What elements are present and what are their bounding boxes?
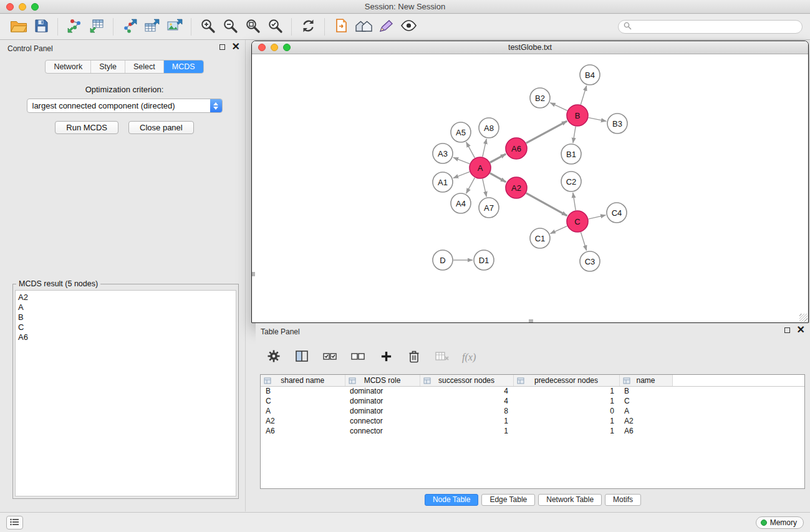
table-cell: dominator xyxy=(345,396,420,406)
column-header-predecessor-nodes[interactable]: predecessor nodes xyxy=(513,375,619,386)
close-window-button[interactable] xyxy=(6,3,14,11)
minimize-window-button[interactable] xyxy=(19,3,26,11)
refresh-button[interactable] xyxy=(297,16,319,37)
scrollbar-nub-vertical[interactable] xyxy=(252,272,255,276)
graph-edge-A-A3[interactable] xyxy=(453,157,470,163)
table-row[interactable]: A2connector11A2 xyxy=(261,416,804,426)
mcds-result-item[interactable]: C xyxy=(18,322,236,332)
export-table-button[interactable] xyxy=(141,16,163,37)
add-column-button[interactable] xyxy=(378,349,394,365)
mcds-result-item[interactable]: A2 xyxy=(18,293,236,302)
float-panel-icon[interactable] xyxy=(219,44,225,50)
graph-edge-B-B2[interactable] xyxy=(550,103,567,111)
column-header-name[interactable]: name xyxy=(619,375,672,386)
graph-edge-A-A8[interactable] xyxy=(483,139,486,157)
deselect-all-button[interactable] xyxy=(350,349,366,365)
tab-network[interactable]: Network xyxy=(46,60,90,73)
mcds-result-item[interactable]: B xyxy=(18,312,236,322)
tab-mcds[interactable]: MCDS xyxy=(163,60,203,73)
column-header-shared-name[interactable]: shared name xyxy=(261,375,345,386)
graph-edge-A2-C[interactable] xyxy=(526,193,567,216)
graph-edge-B-B3[interactable] xyxy=(589,118,607,122)
close-panel-button[interactable]: Close panel xyxy=(128,121,194,134)
graph-edge-C-C1[interactable] xyxy=(550,226,567,233)
graph-node-label: D xyxy=(440,256,445,265)
network-close-button[interactable] xyxy=(258,44,266,51)
memory-status-icon xyxy=(761,520,767,526)
eye-button[interactable] xyxy=(397,16,420,37)
function-builder-button[interactable]: f(x) xyxy=(462,352,476,363)
graph-edge-A-A1[interactable] xyxy=(453,172,470,178)
search-input[interactable] xyxy=(635,22,797,32)
mcds-result-item[interactable]: A xyxy=(18,302,236,312)
column-header-successor-nodes[interactable]: successor nodes xyxy=(420,375,513,386)
graph-node-label: A5 xyxy=(456,128,466,137)
zoom-out-button[interactable] xyxy=(219,16,241,37)
table-row[interactable]: Bdominator41B xyxy=(261,386,804,396)
show-panels-button[interactable] xyxy=(6,516,23,530)
graph-edge-A-A5[interactable] xyxy=(466,142,475,158)
network-minimize-button[interactable] xyxy=(271,44,278,51)
table-row[interactable]: Cdominator41C xyxy=(261,396,804,406)
import-network-button[interactable] xyxy=(63,16,85,37)
home-button[interactable] xyxy=(352,16,375,37)
graph-edge-A-A7[interactable] xyxy=(483,179,486,197)
graph-edge-B-B4[interactable] xyxy=(581,85,586,105)
table-cell: A xyxy=(261,406,345,416)
tab-style[interactable]: Style xyxy=(90,60,125,73)
mcds-result-list[interactable]: A2ABCA6 xyxy=(15,290,236,496)
graph-node-label: C1 xyxy=(535,234,546,243)
run-mcds-button[interactable]: Run MCDS xyxy=(55,121,118,134)
save-session-button[interactable] xyxy=(30,16,52,37)
close-panel-icon[interactable]: ✕ xyxy=(232,44,240,50)
network-canvas[interactable]: AA1A2A3A4A5A6A7A8BB1B2B3B4CC1C2C3C4DD1 xyxy=(252,55,808,322)
document-button[interactable] xyxy=(330,16,352,37)
zoom-in-button[interactable] xyxy=(196,16,219,37)
tab-network-table[interactable]: Network Table xyxy=(538,494,602,506)
network-window-titlebar[interactable]: testGlobe.txt xyxy=(252,41,808,54)
graph-edge-A-A2[interactable] xyxy=(490,173,506,182)
export-image-button[interactable] xyxy=(163,16,186,37)
table-row[interactable]: Adominator80A xyxy=(261,406,804,416)
table-row[interactable]: A6connector11A6 xyxy=(261,426,804,436)
control-panel-tabbar: Network Style Select MCDS xyxy=(45,60,203,74)
tab-node-table[interactable]: Node Table xyxy=(425,494,479,506)
delete-table-button[interactable] xyxy=(434,349,450,365)
document-arrow-icon xyxy=(334,18,349,36)
graph-edge-C-C3[interactable] xyxy=(581,232,586,251)
mcds-result-item[interactable]: A6 xyxy=(18,332,236,342)
export-network-button[interactable] xyxy=(118,16,141,37)
close-table-panel-icon[interactable]: ✕ xyxy=(797,327,805,333)
graph-edge-C-C2[interactable] xyxy=(573,193,576,210)
resize-grip[interactable] xyxy=(799,314,808,322)
tab-edge-table[interactable]: Edge Table xyxy=(481,494,535,506)
select-all-button[interactable] xyxy=(322,349,338,365)
scrollbar-nub-horizontal[interactable] xyxy=(529,319,533,322)
zoom-fit-button[interactable] xyxy=(241,16,264,37)
delete-column-button[interactable] xyxy=(406,349,422,365)
float-table-panel-icon[interactable] xyxy=(784,327,790,333)
criterion-dropdown[interactable]: largest connected component (directed) xyxy=(27,99,223,113)
network-zoom-button[interactable] xyxy=(283,44,291,51)
memory-button[interactable]: Memory xyxy=(756,516,804,529)
graph-edge-A6-B[interactable] xyxy=(526,121,567,143)
zoom-window-button[interactable] xyxy=(31,3,39,11)
graph-edge-A-A6[interactable] xyxy=(490,154,506,163)
network-graph[interactable]: AA1A2A3A4A5A6A7A8BB1B2B3B4CC1C2C3C4DD1 xyxy=(252,55,808,322)
table-cell: B xyxy=(261,386,345,396)
column-header-mcds-role[interactable]: MCDS role xyxy=(345,375,420,386)
table-cell-filler xyxy=(672,416,804,426)
graph-edge-A-A4[interactable] xyxy=(466,178,475,193)
graph-edge-C-C4[interactable] xyxy=(589,215,606,219)
show-columns-button[interactable] xyxy=(294,349,310,365)
graph-node-label: A6 xyxy=(511,144,521,153)
search-box[interactable] xyxy=(618,20,803,34)
open-file-button[interactable] xyxy=(7,16,30,37)
table-settings-button[interactable] xyxy=(266,349,282,365)
import-table-button[interactable] xyxy=(85,16,108,37)
zoom-selected-button[interactable] xyxy=(264,16,286,37)
graph-edge-B-B1[interactable] xyxy=(573,127,576,143)
tab-motifs[interactable]: Motifs xyxy=(605,494,641,506)
style-button[interactable] xyxy=(375,16,397,37)
tab-select[interactable]: Select xyxy=(125,60,163,73)
